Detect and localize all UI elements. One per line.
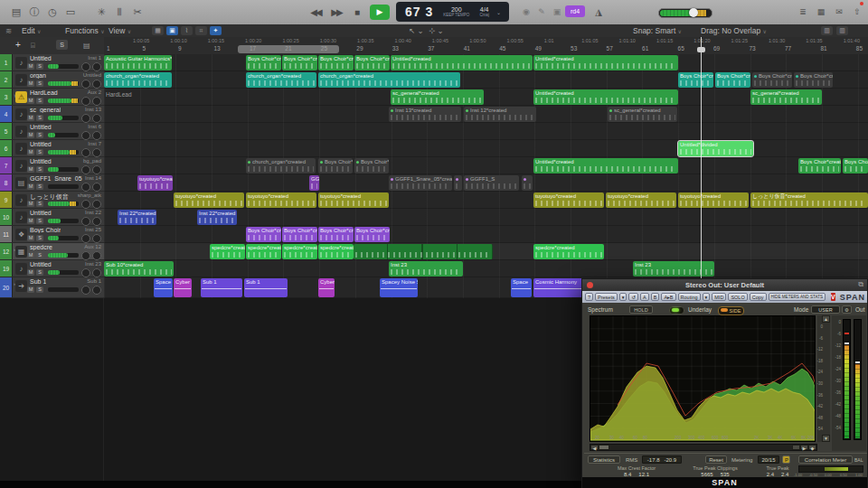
region[interactable]: spedcre*created (318, 244, 354, 259)
underlay-side-toggle[interactable]: SIDE (718, 306, 744, 315)
track-header-10[interactable]: 10♪UntitledInst 22MS (0, 209, 104, 226)
volume-knob[interactable] (81, 251, 90, 260)
region[interactable]: Boys Choir*create (354, 227, 390, 242)
region[interactable]: tuyotuyo*created (318, 192, 389, 208)
track-name[interactable]: organ (30, 72, 46, 79)
track-header-12[interactable]: 12›▦spedcreAux 12MS (0, 243, 104, 260)
track-header-3[interactable]: 3∨⚠HardLeadAux 2MS (0, 89, 104, 106)
undo-icon[interactable]: ↺ (628, 293, 638, 301)
volume-knob[interactable] (81, 131, 90, 140)
region[interactable]: Boys Choir*create (282, 55, 317, 70)
panel-icon[interactable]: ▦ (812, 0, 830, 24)
menu-view[interactable]: View ∨ (108, 24, 131, 38)
scroll-right-icon[interactable]: ▶ (800, 445, 808, 450)
region[interactable]: sc_general*created (750, 89, 822, 105)
region[interactable]: Cyber (318, 278, 335, 297)
region[interactable] (454, 175, 462, 191)
volume-knob[interactable] (81, 286, 90, 295)
pan-knob[interactable] (92, 268, 101, 277)
region[interactable]: Boys Choir*create (318, 55, 354, 70)
region[interactable]: Acoustic Guitar Harmonics*created (104, 55, 172, 70)
region[interactable]: Inst 22*created (118, 210, 156, 225)
track-lane[interactable] (104, 226, 868, 243)
region[interactable]: Boys Choir*create (798, 158, 841, 174)
view-grid-button[interactable]: ▦ (152, 26, 164, 35)
scale-down-icon[interactable]: ▼ (822, 435, 830, 442)
region[interactable]: Untitled*created (533, 89, 678, 105)
region[interactable]: Sub 10*created (104, 261, 174, 277)
span-plugin-window[interactable]: Stereo Out: User Default ⧉ ?Presets▾↺ABA… (581, 278, 868, 488)
region[interactable]: Boys Choir*create (354, 55, 390, 70)
region[interactable]: GGFF1_S (464, 175, 519, 191)
mute-button[interactable]: M (27, 115, 34, 121)
track-name[interactable]: Boys Choir (30, 227, 61, 233)
volume-knob[interactable] (81, 268, 90, 277)
ab-a-button[interactable]: A (640, 293, 649, 301)
region[interactable]: Inst 22*created (197, 210, 237, 225)
region[interactable]: tuyotuyo*created (606, 192, 676, 208)
volume-knob[interactable] (81, 114, 90, 123)
mute-button[interactable]: M (27, 132, 34, 138)
volume-knob[interactable] (81, 165, 90, 174)
solo-button[interactable]: S (36, 269, 43, 276)
region[interactable] (522, 175, 533, 191)
secondary-tool-menu[interactable]: ⊹ ⌄ (429, 24, 444, 37)
region[interactable]: church_organ*created (246, 72, 316, 88)
plugin-title-bar[interactable]: Stereo Out: User Default ⧉ (582, 279, 867, 292)
pointer-tool-menu[interactable]: ↖ ⌄ (409, 24, 424, 37)
region[interactable]: Boys Choir*create (246, 227, 281, 242)
volume-knob[interactable] (81, 97, 90, 106)
scroll-handle[interactable] (599, 445, 609, 450)
region[interactable]: Untitled*created (391, 55, 533, 70)
region[interactable]: Untitled*divided (678, 141, 753, 156)
region[interactable]: Boys Choir*crea (354, 158, 389, 174)
track-name[interactable]: sc_general (30, 107, 61, 113)
info-icon[interactable]: ⓘ (25, 0, 43, 24)
mute-button[interactable]: M (27, 166, 34, 173)
track-name[interactable]: Untitled (30, 55, 52, 61)
track-name[interactable]: Untitled (30, 141, 52, 147)
reset-button[interactable]: Reset (705, 455, 727, 464)
pan-knob[interactable] (92, 251, 101, 260)
track-name[interactable]: Untitled (30, 261, 52, 267)
track-name[interactable]: HardLead (30, 89, 58, 96)
region[interactable]: Boys Choir*crea (794, 72, 833, 88)
lcd-display[interactable]: 67 3 200KEEP TEMPO 4/4Cmaj ⌄ (396, 2, 509, 22)
region[interactable]: spedcre*created (210, 244, 245, 259)
region[interactable]: spedcre*created (282, 244, 317, 259)
track-zoom-icon[interactable]: ▤ (83, 42, 90, 50)
help-button[interactable]: ? (585, 293, 593, 301)
metronome-icon[interactable]: ◮ (590, 0, 608, 24)
region[interactable]: Boys Choir*create (282, 227, 317, 242)
region[interactable]: Untitled*created (533, 55, 678, 70)
region[interactable]: Boys Choir*create (843, 158, 868, 174)
playhead[interactable] (701, 37, 702, 278)
track-header-11[interactable]: 11❖Boys ChoirInst 25MS (0, 226, 104, 243)
track-name[interactable]: spedcre (30, 244, 52, 250)
track-header-2[interactable]: 2♪organUntitledMS (0, 71, 104, 89)
tools-icon[interactable]: ✂ (128, 0, 146, 24)
solo-button[interactable]: S (36, 286, 43, 293)
track-name[interactable]: GGFF1_Snare_05 (30, 175, 82, 182)
mute-button[interactable]: M (27, 80, 34, 87)
track-header-6[interactable]: 6♪UntitledInst 7MS (0, 140, 104, 157)
track-name[interactable]: Untitled (30, 124, 52, 130)
region[interactable]: GGFF1_Snare_05*created (389, 175, 452, 191)
track-name[interactable]: Untitled (30, 158, 52, 164)
routing-button[interactable]: Routing (678, 293, 701, 301)
solo-button[interactable]: S (36, 218, 43, 224)
view-flex-button[interactable]: ⌗ (195, 26, 207, 35)
region[interactable]: tuyotuyo*created (137, 175, 173, 191)
region[interactable]: sc_general*created (608, 107, 677, 122)
view-editor-button[interactable]: ▣ (166, 26, 178, 35)
mute-button[interactable]: M (27, 269, 34, 276)
copy-button[interactable]: Copy (750, 293, 767, 301)
track-header-1[interactable]: 1♪UntitledInst 1MS (0, 54, 104, 71)
add-track-button[interactable]: + (15, 40, 21, 50)
master-volume-thumb[interactable] (689, 8, 698, 17)
region[interactable]: Boys Choir*crea (752, 72, 792, 88)
note-icon[interactable]: ✉ (830, 0, 848, 24)
region[interactable]: Boys Choir*create (715, 72, 750, 88)
solo-button[interactable]: S (36, 63, 43, 70)
master-volume-slider[interactable] (658, 8, 712, 18)
